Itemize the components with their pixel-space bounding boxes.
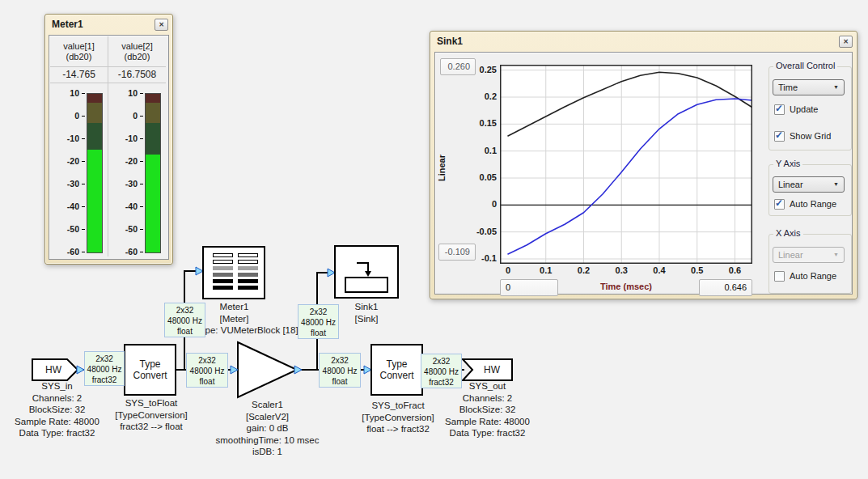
caption-line: 48000 Hz (85, 364, 124, 375)
update-checkbox[interactable]: ✓ (774, 104, 785, 115)
x-axis-group: X Axis (768, 234, 852, 294)
caption-line: 2x32 (187, 355, 227, 366)
meter-scale-label: -20 (110, 156, 138, 166)
caption-line: Scaler1 (201, 399, 334, 411)
x-axis-label: Time (msec) (545, 282, 707, 291)
meter-zone (87, 123, 102, 150)
meter-window-titlebar[interactable]: Meter1 (45, 15, 172, 35)
caption-line: BlockSize: 32 (437, 404, 538, 416)
meter-scale-label: 10 (52, 88, 79, 98)
meter-scale-tick (82, 161, 85, 163)
meter-scale-tick (140, 161, 143, 163)
caption-line: Data Type: fract32 (6, 427, 108, 439)
x-tick-label: 0.1 (532, 265, 560, 275)
caption-line: Sample Rate: 48000 (6, 416, 108, 428)
meter-scale-tick (82, 116, 85, 117)
type-convert-block-2[interactable]: Type Convert (370, 344, 423, 396)
y-axis-dropdown[interactable]: Linear ▼ (773, 176, 845, 193)
close-icon[interactable]: ✕ (155, 19, 168, 31)
vu-bar (213, 279, 233, 283)
meter-channel-2: value[2](db20)-16.7508100-10-20-30-40-50… (108, 36, 166, 256)
scaler-block-shape[interactable] (238, 342, 297, 397)
meter-scale-label: 0 (52, 111, 79, 121)
y-axis-group-label: Y Axis (773, 159, 802, 168)
meter-scale-tick (82, 138, 85, 140)
munit: (db20) (50, 52, 108, 61)
type-convert-block-1[interactable]: Type Convert (124, 344, 176, 396)
chevron-down-icon: ▼ (833, 84, 839, 90)
check-icon: ✓ (775, 129, 783, 141)
caption-line: 2x32 (85, 354, 124, 364)
hw-output-label: HW (474, 364, 510, 375)
x-tick-label: 0.4 (646, 265, 673, 275)
meter-scale-tick (82, 93, 85, 95)
meter-zone (146, 123, 160, 155)
overall-control-value: Time (778, 83, 798, 92)
caption-line: Channels: 2 (437, 392, 538, 405)
wire-label: 2x3248000 Hzfract32 (421, 354, 462, 388)
y-tick-label: 0.25 (464, 65, 497, 74)
caption-line: Data Type: fract32 (437, 427, 538, 439)
vu-bar (213, 273, 233, 277)
chevron-down-icon: ▼ (833, 181, 839, 187)
caption-line: float --> fract32 (345, 423, 451, 435)
y-auto-range-checkbox[interactable]: ✓ (774, 199, 785, 210)
vu-bar (238, 253, 258, 257)
x-max-field[interactable]: 0.646 (699, 279, 752, 296)
vu-bar (238, 279, 258, 283)
type-convert-1-label: Type Convert (125, 345, 175, 394)
sink-panel: 0.260 Linear -0.109 0.250.20.150.10.050-… (434, 52, 853, 295)
meter-zone (146, 155, 160, 252)
x-tick-label: 0.2 (569, 265, 597, 275)
wire-label: 2x3248000 Hzfract32 (84, 351, 125, 386)
y-auto-range-label: Auto Range (790, 199, 836, 209)
meter-scale-label: -40 (110, 201, 138, 211)
sink-icon (336, 247, 397, 297)
meter-scale-tick (82, 206, 85, 208)
sink-window-titlebar[interactable]: Sink1 (430, 32, 857, 52)
meter-scale-label: -40 (52, 201, 79, 211)
x-auto-range-checkbox[interactable]: ✓ (774, 271, 785, 282)
meter-scale-tick (140, 138, 143, 140)
meter-scale-tick (82, 252, 85, 253)
show-grid-checkbox[interactable]: ✓ (774, 131, 785, 142)
plot-area (500, 65, 752, 264)
vu-bar (238, 286, 258, 290)
meter-scale-tick (82, 229, 85, 231)
caption-line: 2x32 (320, 355, 360, 366)
meter-scale-label: -30 (110, 179, 138, 189)
caption-line: Channels: 2 (6, 392, 108, 405)
x-tick-label: 0 (494, 265, 522, 275)
sink-window: Sink1 ✕ 0.260 Linear -0.109 0.250.20.150… (430, 31, 857, 299)
check-icon: ✓ (775, 103, 783, 114)
meter-scale-label: 10 (110, 88, 138, 98)
meter-scale-label: 0 (110, 111, 138, 121)
close-icon[interactable]: ✕ (839, 36, 853, 48)
caption-line: gain: 0 dB (201, 422, 334, 434)
y-tick-label: -0.05 (464, 227, 497, 236)
meter-scale-tick (82, 184, 85, 185)
y-tick-label: 0.1 (464, 146, 497, 155)
wire-label: 2x3248000 Hzfloat (298, 304, 339, 339)
meter-block[interactable] (202, 246, 265, 299)
caption-line: 2x32 (299, 307, 338, 317)
mname: value[1] (50, 41, 108, 51)
sink-block[interactable] (334, 245, 399, 299)
hw-input-label: HW (36, 364, 71, 375)
caption-line: BlockSize: 32 (6, 404, 108, 416)
caption-line: SYS_toFloat (99, 397, 204, 409)
meter-scale-tick (140, 206, 143, 208)
meter-zone (87, 150, 102, 252)
caption-line: SYS_toFract (345, 400, 451, 412)
overall-control-dropdown[interactable]: Time ▼ (773, 79, 845, 95)
meter-zone (87, 103, 102, 123)
meter-scale-area: 100-10-20-30-40-50-60 (108, 83, 166, 256)
caption-line: isDB: 1 (201, 446, 334, 458)
mline (108, 66, 166, 67)
scaler-caption: Scaler1[ScalerV2]gain: 0 dBsmoothingTime… (201, 399, 334, 458)
meter-bar (87, 93, 103, 253)
meter-panel: value[1](db20)-14.765100-10-20-30-40-50-… (49, 35, 169, 260)
caption-line: float (320, 376, 360, 387)
y-tick-label: 0.05 (464, 172, 497, 182)
y-axis-value: Linear (778, 180, 803, 189)
